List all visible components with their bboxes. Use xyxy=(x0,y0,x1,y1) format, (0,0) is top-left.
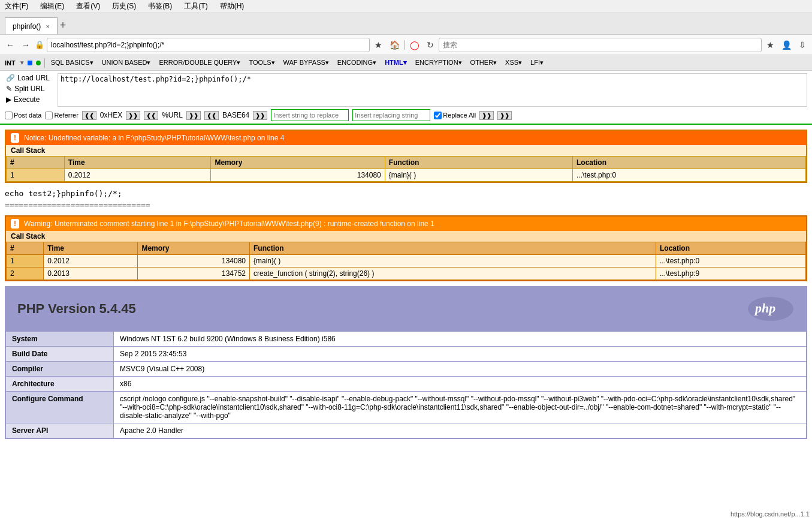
tb-encryption[interactable]: ENCRYPTION▾ xyxy=(412,58,466,68)
wcell-time-1: 0.2012 xyxy=(44,255,138,267)
split-url-icon: ✎ xyxy=(6,85,12,93)
green-indicator xyxy=(36,61,41,65)
warning-bang-1: ! xyxy=(11,219,19,229)
base64-left-arrow[interactable]: ❰❰ xyxy=(204,111,219,120)
load-url-button[interactable]: 🔗 Load URL xyxy=(5,73,53,83)
tb-union-based[interactable]: UNION BASED▾ xyxy=(98,58,155,68)
table-row: Configure Commandcscript /nologo configu… xyxy=(6,392,807,423)
refresh-button[interactable]: ↻ xyxy=(424,39,436,51)
stop-icon[interactable]: ◯ xyxy=(407,39,422,51)
tab-bar: phpinfo() × + xyxy=(0,13,812,35)
plugin-toolbar: INT ▼ SQL BASICS▾ UNION BASED▾ ERROR/DOU… xyxy=(0,55,812,71)
menu-bookmarks[interactable]: 书签(B) xyxy=(146,0,174,13)
user-icon[interactable]: 👤 xyxy=(779,39,794,51)
post-data-check[interactable] xyxy=(5,112,13,119)
post-data-checkbox[interactable]: Post data xyxy=(5,112,41,119)
replace-arrow2[interactable]: ❱❱ xyxy=(497,111,512,120)
tb-encoding[interactable]: ENCODING▾ xyxy=(334,58,380,68)
tb-xss[interactable]: XSS▾ xyxy=(502,58,526,68)
tb-tools[interactable]: TOOLS▾ xyxy=(245,58,278,68)
tb-lfi[interactable]: LFI▾ xyxy=(527,58,547,68)
url-right-arrow[interactable]: ❱❱ xyxy=(186,111,201,120)
star-icon[interactable]: ★ xyxy=(764,39,777,51)
col-num-1: # xyxy=(7,157,65,169)
error-message-1: Notice: Undefined variable: a in F:\phpS… xyxy=(24,134,284,142)
url-encode-label: %URL xyxy=(162,111,183,119)
php-table-val-5: Apache 2.0 Handler xyxy=(114,423,807,438)
referrer-check[interactable] xyxy=(45,112,53,119)
base64-label: BASE64 xyxy=(222,111,249,119)
wcol-time: Time xyxy=(44,242,138,255)
plugin-row1: 🔗 Load URL ✎ Split URL ▶ Execute http://… xyxy=(5,73,807,107)
tb-error-double[interactable]: ERROR/DOUBLE QUERY▾ xyxy=(155,58,244,68)
url-textarea[interactable]: http://localhost/test.php?id=2;}phpinfo(… xyxy=(58,73,807,107)
split-url-button[interactable]: ✎ Split URL xyxy=(5,84,53,94)
url-left-arrow[interactable]: ❰❰ xyxy=(144,111,158,120)
download-icon[interactable]: ⇩ xyxy=(796,39,808,51)
php-table-val-0: Windows NT 1ST 6.2 build 9200 (Windows 8… xyxy=(114,332,807,347)
error-bang-1: ! xyxy=(11,133,19,143)
call-stack-label-1: Call Stack xyxy=(6,145,806,156)
table-row: Build DateSep 2 2015 23:45:53 xyxy=(6,347,807,362)
load-url-icon: 🔗 xyxy=(6,74,15,82)
tb-other[interactable]: OTHER▾ xyxy=(467,58,501,68)
menu-history[interactable]: 历史(S) xyxy=(110,0,138,13)
warning-message-1: Warning: Unterminated comment starting l… xyxy=(24,220,434,228)
php-table-key-5: Server API xyxy=(6,423,114,438)
active-tab[interactable]: phpinfo() × xyxy=(5,17,58,34)
new-tab-button[interactable]: + xyxy=(60,19,67,34)
col-function-1: Function xyxy=(385,157,572,169)
error-box-1: ! Notice: Undefined variable: a in F:\ph… xyxy=(5,130,807,183)
referrer-checkbox[interactable]: Referrer xyxy=(45,112,78,119)
wcell-function-1: {main}( ) xyxy=(250,255,656,267)
php-table-val-3: x86 xyxy=(114,377,807,392)
lock-icon: 🔒 xyxy=(35,40,44,49)
insert-replacing-input[interactable] xyxy=(352,109,430,121)
wcell-memory-1: 134080 xyxy=(138,255,250,267)
php-table-key-3: Architecture xyxy=(6,377,114,392)
wcell-num-2: 2 xyxy=(7,267,44,280)
tab-close-button[interactable]: × xyxy=(46,23,49,30)
address-input[interactable] xyxy=(47,38,370,52)
insert-replace-input[interactable] xyxy=(271,109,349,121)
call-stack-label-2: Call Stack xyxy=(6,231,806,242)
php-info-section: PHP Version 5.4.45 php SystemWindows NT … xyxy=(5,286,807,439)
php-table-key-0: System xyxy=(6,332,114,347)
separator xyxy=(405,40,405,50)
menu-tools[interactable]: 工具(T) xyxy=(182,0,210,13)
search-input[interactable] xyxy=(439,38,762,52)
plugin-actions: 🔗 Load URL ✎ Split URL ▶ Execute xyxy=(5,73,53,104)
hex-left-arrow[interactable]: ❰❰ xyxy=(82,111,96,120)
blue-indicator xyxy=(28,61,32,65)
menu-edit[interactable]: 编辑(E) xyxy=(38,0,67,13)
execute-label: Execute xyxy=(14,95,40,104)
tb-html[interactable]: HTML▾ xyxy=(381,58,410,68)
bookmark-icon[interactable]: ★ xyxy=(372,39,385,51)
table-row: Server APIApache 2.0 Handler xyxy=(6,423,807,438)
menu-file[interactable]: 文件(F) xyxy=(2,0,31,13)
home-icon[interactable]: 🏠 xyxy=(387,39,402,51)
address-bar: ← → 🔒 ★ 🏠 ◯ ↻ ★ 👤 ⇩ xyxy=(0,35,812,55)
wcell-num-1: 1 xyxy=(7,255,44,267)
base64-right-arrow[interactable]: ❱❱ xyxy=(253,111,267,120)
replace-all-checkbox[interactable]: Replace All xyxy=(434,112,476,119)
error-table-1: # Time Memory Function Location 1 0.2012… xyxy=(6,156,806,182)
execute-button[interactable]: ▶ Execute xyxy=(5,95,53,104)
hex-right-arrow[interactable]: ❱❱ xyxy=(126,111,140,120)
replace-right-arrow[interactable]: ❱❱ xyxy=(479,111,494,120)
split-url-label: Split URL xyxy=(14,85,45,93)
menu-view[interactable]: 查看(V) xyxy=(74,0,102,13)
menu-help[interactable]: 帮助(H) xyxy=(218,0,247,13)
php-table-key-1: Build Date xyxy=(6,347,114,362)
echo-line: echo test2;}phpinfo();/*; xyxy=(0,188,812,199)
back-button[interactable]: ← xyxy=(4,39,17,51)
replace-all-check[interactable] xyxy=(434,112,442,119)
php-logo: php xyxy=(747,294,795,324)
forward-button[interactable]: → xyxy=(19,39,32,51)
content-area: ! Notice: Undefined variable: a in F:\ph… xyxy=(0,125,812,520)
svg-text:php: php xyxy=(754,300,775,315)
tb-sql-basics[interactable]: SQL BASICS▾ xyxy=(47,58,97,68)
tb-waf-bypass[interactable]: WAF BYPASS▾ xyxy=(280,58,333,68)
table-row: CompilerMSVC9 (Visual C++ 2008) xyxy=(6,362,807,377)
table-row: Architecturex86 xyxy=(6,377,807,392)
